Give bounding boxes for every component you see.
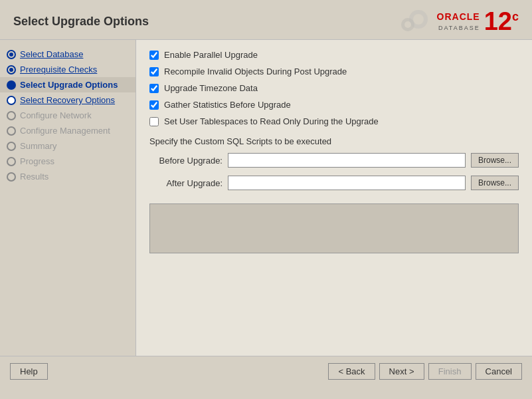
svg-point-3: [404, 21, 411, 28]
info-area: [149, 203, 519, 253]
step-circle-1: [7, 50, 16, 59]
sidebar: Select Database Prerequisite Checks Sele…: [0, 40, 136, 356]
checkbox-row-timezone: Upgrade Timezone Data: [149, 83, 519, 93]
upgrade-timezone-label: Upgrade Timezone Data: [164, 83, 258, 93]
content-area: Enable Parallel Upgrade Recompile Invali…: [136, 40, 532, 356]
sidebar-item-summary: Summary: [0, 138, 135, 154]
svg-point-1: [413, 14, 424, 25]
sidebar-item-prerequisite-checks[interactable]: Prerequisite Checks: [0, 62, 135, 77]
next-button[interactable]: Next >: [379, 363, 424, 380]
cancel-button[interactable]: Cancel: [476, 363, 522, 380]
help-button[interactable]: Help: [10, 363, 48, 380]
sidebar-item-select-upgrade-options[interactable]: Select Upgrade Options: [0, 77, 135, 92]
sidebar-item-progress: Progress: [0, 154, 135, 169]
step-circle-3: [7, 80, 16, 90]
sidebar-item-results: Results: [0, 169, 135, 184]
enable-parallel-label: Enable Parallel Upgrade: [164, 50, 258, 60]
sql-section-label: Specify the Custom SQL Scripts to be exe…: [149, 136, 519, 146]
sidebar-item-select-database[interactable]: Select Database: [0, 47, 135, 62]
checkbox-row-enable-parallel: Enable Parallel Upgrade: [149, 50, 519, 60]
footer: Help < Back Next > Finish Cancel: [0, 356, 532, 386]
checkbox-row-tablespaces: Set User Tablespaces to Read Only During…: [149, 116, 519, 126]
step-circle-7: [7, 142, 16, 151]
set-user-tablespaces-label: Set User Tablespaces to Read Only During…: [164, 116, 379, 126]
after-upgrade-input[interactable]: [228, 176, 466, 190]
before-upgrade-browse-button[interactable]: Browse...: [471, 153, 519, 168]
step-circle-9: [7, 172, 16, 182]
header: Select Upgrade Options ORACLE DATABASE 1…: [0, 0, 532, 40]
checkbox-row-gather-stats: Gather Statistics Before Upgrade: [149, 100, 519, 110]
set-user-tablespaces-checkbox[interactable]: [149, 117, 159, 126]
main-layout: Select Database Prerequisite Checks Sele…: [0, 40, 532, 356]
finish-button: Finish: [428, 363, 472, 380]
recompile-invalid-label: Recompile Invalid Objects During Post Up…: [164, 66, 347, 76]
step-circle-8: [7, 157, 16, 166]
step-circle-2: [7, 65, 16, 74]
oracle-sub-text: DATABASE: [438, 22, 480, 32]
page-title: Select Upgrade Options: [13, 15, 149, 29]
footer-right: < Back Next > Finish Cancel: [328, 363, 522, 380]
before-upgrade-label: Before Upgrade:: [149, 156, 222, 166]
after-upgrade-row: After Upgrade: Browse...: [149, 176, 519, 190]
oracle-logo: ORACLE DATABASE 12c: [393, 5, 519, 38]
before-upgrade-input[interactable]: [228, 153, 466, 168]
step-circle-6: [7, 126, 16, 136]
upgrade-timezone-checkbox[interactable]: [149, 84, 159, 93]
gear-decoration-icon: [393, 5, 433, 38]
after-upgrade-browse-button[interactable]: Browse...: [471, 176, 519, 190]
footer-left: Help: [10, 363, 48, 380]
sidebar-item-configure-network: Configure Network: [0, 108, 135, 123]
step-circle-5: [7, 111, 16, 120]
before-upgrade-row: Before Upgrade: Browse...: [149, 153, 519, 168]
after-upgrade-label: After Upgrade:: [149, 178, 222, 188]
recompile-invalid-checkbox[interactable]: [149, 67, 159, 76]
oracle-version-text: 12c: [484, 9, 519, 34]
step-circle-4: [7, 96, 16, 105]
oracle-brand-text: ORACLE: [437, 11, 480, 22]
gather-statistics-checkbox[interactable]: [149, 100, 159, 110]
sidebar-item-select-recovery-options[interactable]: Select Recovery Options: [0, 92, 135, 108]
checkbox-row-recompile: Recompile Invalid Objects During Post Up…: [149, 66, 519, 76]
gather-statistics-label: Gather Statistics Before Upgrade: [164, 100, 291, 110]
sidebar-item-configure-management: Configure Management: [0, 123, 135, 138]
back-button[interactable]: < Back: [328, 363, 375, 380]
enable-parallel-checkbox[interactable]: [149, 51, 159, 60]
